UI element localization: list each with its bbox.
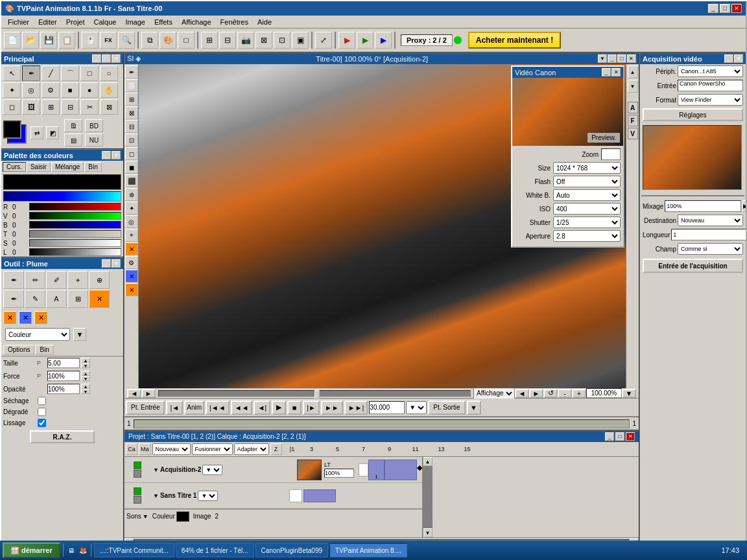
swap-colors-button[interactable]: ⇄ — [30, 126, 43, 139]
flash-select[interactable]: Off — [553, 176, 621, 187]
l-slider[interactable] — [29, 248, 121, 256]
tl-adapter-select[interactable]: Adapter — [234, 443, 269, 455]
canvas-minimize-button[interactable]: _ — [608, 54, 617, 63]
filled-rect-tool[interactable]: ■ — [61, 82, 79, 98]
tl-vscroll-track[interactable] — [423, 466, 433, 528]
taskbar-item-4[interactable]: TVPaint Animation 8.... — [329, 543, 407, 557]
outil-pen3[interactable]: ✐ — [46, 271, 67, 289]
principal-close-button[interactable]: ✕ — [112, 54, 121, 63]
goto-start-btn[interactable]: |◄◄ — [206, 401, 230, 415]
shutter-select[interactable]: 1/25 — [553, 216, 621, 228]
palette-close-button[interactable]: ✕ — [112, 151, 121, 159]
t-slider[interactable] — [29, 230, 121, 238]
video-canon-minimize[interactable]: _ — [602, 68, 611, 76]
save-as-button[interactable]: 📋 — [58, 32, 75, 49]
outil-close-button[interactable]: ✕ — [112, 259, 121, 268]
palette-minimize-button[interactable]: _ — [102, 151, 111, 159]
pt-entree-button[interactable]: Pt. Entrée — [126, 401, 165, 415]
taskbar-icon-1[interactable]: 🖥 — [66, 545, 77, 555]
vert-tool-5[interactable]: ⊟ — [125, 120, 138, 133]
taskbar-item-3[interactable]: CanonPluginBeta099 — [255, 543, 329, 557]
pt-sortie-arrow[interactable]: ▼ — [467, 401, 481, 415]
outil-orange1[interactable]: ✕ — [89, 290, 110, 308]
vert-tool-1[interactable]: ✒ — [125, 65, 138, 78]
menu-affichage[interactable]: Affichage — [178, 17, 215, 27]
outil-pen8[interactable]: A — [46, 290, 67, 308]
outil-pen6[interactable]: ✒ — [3, 290, 24, 308]
taskbar-icon-2[interactable]: 🦊 — [78, 545, 88, 555]
palette-tab-bin[interactable]: Bin — [84, 162, 101, 172]
acq-champ-select[interactable]: Comme si — [678, 243, 743, 255]
zoom-button[interactable]: 🔍 — [118, 32, 135, 49]
tl-sons-arrow[interactable]: ▼ — [143, 513, 148, 520]
tl-track-2-cell-1[interactable] — [289, 489, 302, 502]
grid3-button[interactable]: ⊠ — [255, 32, 272, 49]
orange-btn1[interactable]: ✕ — [3, 311, 16, 324]
refresh-btn[interactable]: ↺ — [543, 389, 558, 398]
opacite-spindown[interactable]: ▼ — [81, 389, 90, 394]
curve-tool[interactable]: ⌒ — [61, 65, 79, 81]
select-tool-button[interactable]: 🖱️ — [82, 32, 99, 49]
menu-image[interactable]: Image — [121, 17, 149, 27]
blue-arrow-button[interactable]: ▶ — [375, 32, 392, 49]
v-letter-button[interactable]: V — [628, 128, 638, 139]
arrow-tool[interactable]: ↖ — [3, 65, 21, 81]
scroll-up-button[interactable]: ▲ — [628, 65, 638, 78]
scrubber-bar[interactable] — [158, 390, 471, 397]
menu-editer[interactable]: Editer — [34, 17, 61, 27]
fps-input[interactable] — [369, 401, 405, 414]
taille-input[interactable] — [47, 358, 80, 368]
tl-vscroll-down[interactable]: ▼ — [423, 528, 433, 537]
affichage-right-btn[interactable]: ► — [529, 389, 543, 398]
line-tool[interactable]: ╱ — [42, 65, 60, 81]
size-select[interactable]: 1024 * 768 — [553, 162, 621, 174]
minimize-button[interactable]: _ — [708, 4, 718, 13]
vert-tool-10[interactable]: ⊕ — [125, 188, 138, 201]
tl-track-1-color[interactable] — [134, 461, 141, 469]
vert-tool-11[interactable]: ✦ — [125, 202, 138, 215]
vert-tool-3[interactable]: ⊞ — [125, 93, 138, 106]
iso-select[interactable]: 400 — [553, 203, 621, 215]
save-button[interactable]: 💾 — [40, 32, 57, 49]
canvas-viewport[interactable]: Vidéo Canon _ ✕ Preview. — [139, 64, 626, 388]
filled-circle-tool[interactable]: ● — [80, 82, 99, 98]
camera-button[interactable]: 📷 — [237, 32, 254, 49]
a-letter-button[interactable]: A — [628, 102, 638, 113]
taille-spindown[interactable]: ▼ — [81, 363, 90, 368]
tl-track-2-color[interactable] — [134, 487, 141, 495]
rect-tool[interactable]: □ — [80, 65, 99, 81]
red-arrow-button[interactable]: ▶ — [338, 32, 355, 49]
tl-ma-btn[interactable]: Ma — [139, 443, 151, 455]
tl-track-1-vis[interactable] — [134, 470, 141, 478]
taskbar-item-1[interactable]: ...::TVPaint Communit... — [94, 543, 174, 557]
stop-btn[interactable]: ■ — [287, 401, 302, 415]
taskbar-item-2[interactable]: 84% de 1 fichier - Tél... — [176, 543, 254, 557]
zoom-plus-btn[interactable]: + — [572, 389, 586, 398]
tl-cell-frame-2[interactable] — [385, 460, 417, 480]
settings-tool[interactable]: ⚙ — [42, 82, 60, 98]
unknown-tool[interactable]: ⊠ — [100, 99, 118, 115]
vert-tool-7[interactable]: ◻ — [125, 147, 138, 160]
orange-btn2[interactable]: ✕ — [34, 311, 47, 324]
scrubber-thumb[interactable] — [314, 390, 320, 399]
pt-sortie-button[interactable]: Pt. Sortie — [428, 401, 465, 415]
rect-button[interactable]: □ — [178, 32, 195, 49]
buy-button[interactable]: Acheter maintenant ! — [468, 32, 561, 49]
r-slider[interactable] — [29, 203, 121, 211]
acq-periph-select[interactable]: Canon...t A85 — [678, 65, 743, 77]
acq-longueur-input[interactable] — [671, 229, 746, 240]
vert-tool-6[interactable]: ⊡ — [125, 134, 138, 146]
b-slider[interactable] — [29, 221, 121, 229]
outil-minimize-button[interactable]: _ — [102, 259, 111, 268]
green-arrow-button[interactable]: ▶ — [357, 32, 374, 49]
palette-tab-saisir[interactable]: Saisir — [27, 162, 51, 172]
couleur-dropdown[interactable]: ▼ — [73, 328, 86, 341]
menu-calque[interactable]: Calque — [90, 17, 121, 27]
outil-pen2[interactable]: ✏ — [25, 271, 45, 289]
star-tool[interactable]: ✦ — [3, 82, 21, 98]
tl-track-1-dropdown[interactable]: ▼ — [202, 465, 222, 475]
acq-mixage-arrow[interactable]: ▶ — [742, 200, 746, 212]
fit-button[interactable]: ⤢ — [315, 32, 332, 49]
tl-track-2-vis[interactable] — [134, 496, 141, 504]
acq-minimize-button[interactable]: _ — [724, 54, 733, 63]
